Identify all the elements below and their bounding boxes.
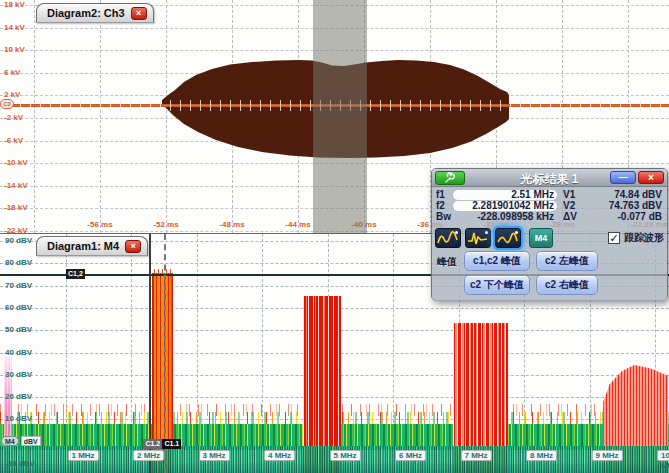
cursor-c1-1-line[interactable] [164, 234, 166, 473]
tab-diagram2-close-icon[interactable]: × [131, 7, 147, 20]
x-axis-label: 2 MHz [133, 450, 164, 461]
waveform-source-thumbnail-1[interactable] [435, 228, 461, 248]
y-axis-label: 40 dBV [5, 348, 49, 357]
cursor-c1-2-label[interactable]: C1.2 [143, 439, 162, 449]
tab-diagram1-m4[interactable]: Diagram1: M4 × [36, 236, 148, 256]
level-value: -0.077 dB [583, 211, 664, 222]
y-axis-label: 20 dBV [5, 392, 49, 401]
measurement-row: f12.51 MHzV174.84 dBV [435, 189, 664, 200]
dialog-minimize-button[interactable]: — [610, 171, 636, 184]
x-axis-label: 8 MHz [526, 450, 557, 461]
measurement-label: f1 [435, 189, 453, 200]
level-value: 74.763 dBV [583, 200, 664, 211]
y-axis-label: 50 dBV [5, 325, 49, 334]
oscilloscope-screen: C3 -22.23 ms 18 kV14 kV10 kV6 kV2 kV-2 k… [0, 0, 669, 473]
waveform-icon [497, 231, 519, 246]
tab-diagram1-close-icon[interactable]: × [125, 240, 141, 253]
measurement-row: f22.281901042 MHzV274.763 dBV [435, 200, 664, 211]
dialog-close-button[interactable]: × [638, 171, 664, 184]
x-axis-label: 7 MHz [461, 450, 492, 461]
track-waveform-label: 跟踪波形 [624, 231, 664, 245]
ch3-trace-marker[interactable]: C3 [0, 99, 14, 109]
measurement-label: f2 [435, 200, 453, 211]
dialog-body: f12.51 MHzV174.84 dBVf22.281901042 MHzV2… [432, 187, 667, 301]
y-axis-label: 60 dBV [5, 303, 49, 312]
tab-diagram2-ch3[interactable]: Diagram2: Ch3 × [36, 3, 154, 23]
zoom-gate-region[interactable] [313, 0, 367, 233]
y-axis-label: -10 dBV [5, 459, 49, 468]
x-axis-label: 10 MHz [657, 450, 669, 461]
frequency-value-field[interactable]: 2.51 MHz [453, 190, 557, 200]
x-axis-label: 4 MHz [264, 450, 295, 461]
waveform-source-thumbnail-3-selected[interactable] [495, 228, 521, 248]
dialog-title-bar[interactable]: 光标结果 1 — × [432, 169, 667, 187]
waveform-icon [437, 231, 459, 246]
m4-unit-label: dBV [21, 436, 41, 446]
y-axis-label: 70 dBV [5, 281, 49, 290]
measurement-label: ΔV [557, 211, 583, 222]
tab-diagram2-label: Diagram2: Ch3 [47, 7, 125, 19]
x-axis-label: 1 MHz [68, 450, 99, 461]
y-axis-label: 10 dBV [5, 414, 49, 423]
peak-search-button-2[interactable]: c2 左峰值 [536, 251, 598, 271]
x-axis-label: 3 MHz [199, 450, 230, 461]
cursor-c1-2-line[interactable] [149, 234, 151, 473]
dialog-settings-button[interactable] [435, 171, 465, 185]
m4-badge-label: M4 [1, 436, 19, 446]
dialog-title: 光标结果 1 [520, 172, 578, 186]
peak-search-button-1[interactable]: c1,c2 峰值 [464, 251, 530, 271]
checkbox-checkmark-icon[interactable]: ✓ [608, 232, 620, 244]
y-axis-label: 30 dBV [5, 370, 49, 379]
x-axis-label: 9 MHz [592, 450, 623, 461]
x-axis-label: 6 MHz [395, 450, 426, 461]
peak-section-label: 峰值 [437, 255, 457, 269]
cursor-c1-1-label[interactable]: C1.1 [162, 439, 181, 449]
m4-source-button[interactable]: M4 [529, 228, 553, 248]
waveform-icon [467, 231, 489, 246]
measurement-label: V1 [557, 189, 583, 200]
cursor-results-dialog: 光标结果 1 — × f12.51 MHzV174.84 dBVf22.2819… [431, 168, 668, 301]
frequency-value-field[interactable]: 2.281901042 MHz [453, 201, 557, 211]
x-axis-label: 5 MHz [330, 450, 361, 461]
measurement-label: Bw [435, 211, 453, 222]
source-selector-row: M4 [435, 227, 553, 249]
y-axis-label: 80 dBV [5, 258, 49, 267]
track-waveform-checkbox[interactable]: ✓ 跟踪波形 [608, 231, 664, 245]
measurement-row: Bw-228.098958 kHzΔV-0.077 dB [435, 211, 664, 222]
peak-search-button-3[interactable]: c2 下个峰值 [464, 275, 530, 295]
level-value: 74.84 dBV [583, 189, 664, 200]
horizontal-cursor-label[interactable]: C1,2 [66, 269, 85, 279]
m4-trace-badge: M4 dBV [1, 436, 41, 446]
peak-search-button-4[interactable]: c2 右峰值 [536, 275, 598, 295]
tab-diagram1-label: Diagram1: M4 [47, 240, 119, 252]
waveform-source-thumbnail-2[interactable] [465, 228, 491, 248]
wrench-icon [444, 172, 456, 184]
bandwidth-value: -228.098958 kHz [453, 211, 557, 222]
measurement-label: V2 [557, 200, 583, 211]
